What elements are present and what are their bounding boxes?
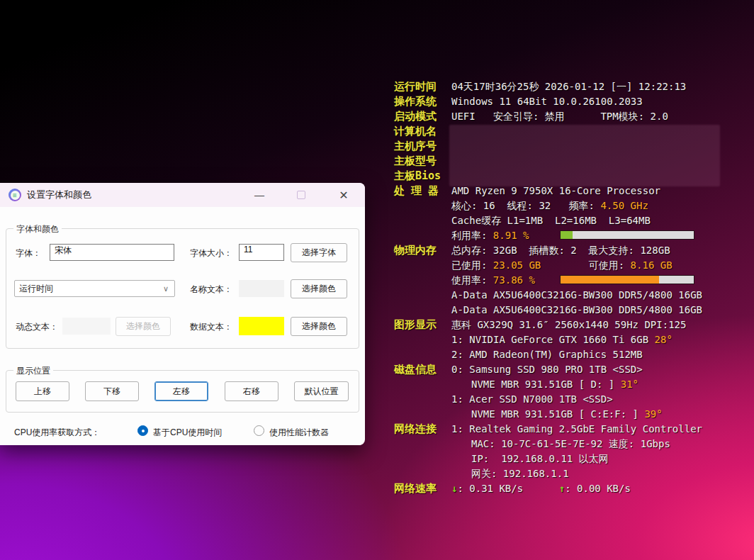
info-row-text: ↓: 0.31 KB/s ↑: 0.00 KB/s <box>451 483 631 494</box>
info-row: A-Data AX5U6400C3216G-BW300 DDR5/4800 16… <box>394 303 748 318</box>
info-row: 物理内存总内存: 32GB 插槽数: 2 最大支持: 128GB <box>394 243 748 258</box>
radio-cpu-time[interactable] <box>137 425 148 436</box>
maximize-icon <box>297 191 305 199</box>
minimize-button[interactable]: — <box>245 183 274 207</box>
info-row-text: A-Data AX5U6400C3216G-BW300 DDR5/4800 16… <box>451 289 702 301</box>
close-button[interactable]: ✕ <box>328 183 359 207</box>
dialog-title: 设置字体和颜色 <box>27 183 91 207</box>
info-row-text: 1: Realtek Gaming 2.5GbE Family Controll… <box>451 423 702 435</box>
info-row: NVME MBR 931.51GB [ C:E:F: ] 39° <box>394 407 748 422</box>
info-row: 网络连接1: Realtek Gaming 2.5GbE Family Cont… <box>394 422 748 437</box>
cpu-method-label: CPU使用率获取方式： <box>14 427 100 439</box>
font-size-input[interactable]: 11 <box>239 244 284 261</box>
radio-cpu-time-label[interactable]: 基于CPU使用时间 <box>153 427 222 439</box>
maximize-button[interactable] <box>287 183 315 207</box>
info-row: 操作系统Windows 11 64Bit 10.0.26100.2033 <box>394 94 748 109</box>
select-data-color-button[interactable]: 选择颜色 <box>291 317 347 336</box>
default-position-button[interactable]: 默认位置 <box>294 381 349 401</box>
info-row-text: 使用率: 73.86 % <box>451 274 535 286</box>
info-row-label: 网络连接 <box>394 422 451 437</box>
info-row: IP: 192.168.0.11 以太网 <box>394 452 748 466</box>
data-text-label: 数据文本： <box>190 321 232 333</box>
move-left-button[interactable]: 左移 <box>154 381 208 401</box>
info-row: 1: Acer SSD N7000 1TB <SSD> <box>394 392 748 407</box>
item-dropdown-value: 运行时间 <box>19 284 53 293</box>
info-row: 1: NVIDIA GeForce GTX 1660 Ti 6GB 28° <box>394 332 748 347</box>
info-row-text: Cache缓存 L1=1MB L2=16MB L3=64MB <box>451 215 651 226</box>
app-icon: ≡ <box>9 189 21 201</box>
progress-bar <box>560 275 694 284</box>
info-row: 使用率: 73.86 % <box>394 273 748 288</box>
info-row: 主机序号 <box>394 139 748 154</box>
info-row: 主板型号 <box>394 154 748 169</box>
info-row: 核心: 16 线程: 32 频率: 4.50 GHz <box>394 198 748 213</box>
dynamic-text-label: 动态文本： <box>16 321 58 333</box>
select-font-button[interactable]: 选择字体 <box>291 243 347 262</box>
info-row-text: UEFI 安全引导: 禁用 TPM模块: 2.0 <box>451 111 668 122</box>
info-row: 网关: 192.168.1.1 <box>394 466 748 481</box>
info-row-label: 启动模式 <box>394 109 451 124</box>
info-row-text: Windows 11 64Bit 10.0.26100.2033 <box>451 96 643 107</box>
info-row-label: 主板型号 <box>394 154 451 169</box>
font-color-settings-dialog: ≡ 设置字体和颜色 — ✕ 字体和颜色 字体： 宋体 字体大小： 11 选择字体… <box>0 183 365 445</box>
info-row-text: MAC: 10-7C-61-5E-7E-92 速度: 1Gbps <box>451 438 670 449</box>
radio-perf-counter[interactable] <box>254 425 264 436</box>
progress-bar <box>560 230 694 240</box>
chevron-down-icon: ∨ <box>163 281 169 296</box>
info-row-text: 2: AMD Radeon(TM) Graphics 512MB <box>451 349 643 360</box>
info-row-text: 已使用: 23.05 GB 可使用: 8.16 GB <box>451 259 673 271</box>
info-row-text: 惠科 GX329Q 31.6″ 2560x1440 59Hz DPI:125 <box>451 319 686 330</box>
select-dynamic-color-button: 选择颜色 <box>116 317 171 336</box>
name-text-label: 名称文本： <box>190 284 232 296</box>
info-row-label: 网络速率 <box>394 481 451 496</box>
info-row: MAC: 10-7C-61-5E-7E-92 速度: 1Gbps <box>394 437 748 452</box>
radio-perf-counter-label[interactable]: 使用性能计数器 <box>269 427 329 439</box>
info-row: 启动模式UEFI 安全引导: 禁用 TPM模块: 2.0 <box>394 109 748 124</box>
font-label: 字体： <box>16 247 41 259</box>
info-row: 图形显示惠科 GX329Q 31.6″ 2560x1440 59Hz DPI:1… <box>394 318 748 332</box>
app-icon-glyph: ≡ <box>11 191 20 200</box>
info-row-label: 处 理 器 <box>394 184 451 198</box>
info-row-label: 计算机名 <box>394 124 451 139</box>
info-row-text: 网关: 192.168.1.1 <box>451 468 569 479</box>
move-up-button[interactable]: 上移 <box>16 381 69 401</box>
info-row: 网络速率↓: 0.31 KB/s ↑: 0.00 KB/s <box>394 481 748 496</box>
info-row: 2: AMD Radeon(TM) Graphics 512MB <box>394 347 748 362</box>
move-right-button[interactable]: 右移 <box>225 381 278 401</box>
info-row-text: 04天17时36分25秒 2026-01-12 [一] 12:22:13 <box>451 81 686 92</box>
info-row: 已使用: 23.05 GB 可使用: 8.16 GB <box>394 258 748 273</box>
info-row: 处 理 器AMD Ryzen 9 7950X 16-Core Processor <box>394 184 748 198</box>
info-row: Cache缓存 L1=1MB L2=16MB L3=64MB <box>394 213 748 228</box>
info-row-label: 主机序号 <box>394 139 451 154</box>
info-row-text: 总内存: 32GB 插槽数: 2 最大支持: 128GB <box>451 245 670 256</box>
dialog-titlebar[interactable]: ≡ 设置字体和颜色 — ✕ <box>0 183 365 207</box>
move-down-button[interactable]: 下移 <box>85 381 139 401</box>
info-row: A-Data AX5U6400C3216G-BW300 DDR5/4800 16… <box>394 288 748 303</box>
display-position-legend: 显示位置 <box>13 365 53 377</box>
info-row-text: A-Data AX5U6400C3216G-BW300 DDR5/4800 16… <box>451 304 702 315</box>
font-name-input[interactable]: 宋体 <box>50 244 174 261</box>
info-row-text: IP: 192.168.0.11 以太网 <box>451 453 609 464</box>
info-row-label: 运行时间 <box>394 79 451 94</box>
info-row-text: 1: Acer SSD N7000 1TB <SSD> <box>451 393 613 405</box>
info-row-label: 物理内存 <box>394 243 451 258</box>
info-row: 主板Bios <box>394 169 748 184</box>
info-row: 磁盘信息0: Samsung SSD 980 PRO 1TB <SSD> <box>394 362 748 377</box>
info-row-label: 图形显示 <box>394 318 451 332</box>
info-row-text: 1: NVIDIA GeForce GTX 1660 Ti 6GB 28° <box>451 334 673 345</box>
font-size-label: 字体大小： <box>190 247 232 259</box>
name-color-swatch <box>239 280 284 297</box>
info-row: 计算机名 <box>394 124 748 139</box>
info-row: NVME MBR 931.51GB [ D: ] 31° <box>394 377 748 392</box>
info-row-text: NVME MBR 931.51GB [ D: ] 31° <box>451 379 638 390</box>
select-name-color-button[interactable]: 选择颜色 <box>291 279 347 298</box>
item-dropdown[interactable]: 运行时间 ∨ <box>14 280 175 297</box>
system-info-panel: 运行时间04天17时36分25秒 2026-01-12 [一] 12:22:13… <box>394 79 748 496</box>
font-color-legend: 字体和颜色 <box>13 223 62 235</box>
info-row-text: 利用率: 8.91 % <box>451 230 529 241</box>
info-row-label: 磁盘信息 <box>394 362 451 377</box>
info-row-text: NVME MBR 931.51GB [ C:E:F: ] 39° <box>451 408 663 420</box>
info-row-label: 操作系统 <box>394 94 451 109</box>
dynamic-color-swatch <box>62 318 111 335</box>
info-row: 运行时间04天17时36分25秒 2026-01-12 [一] 12:22:13 <box>394 79 748 94</box>
